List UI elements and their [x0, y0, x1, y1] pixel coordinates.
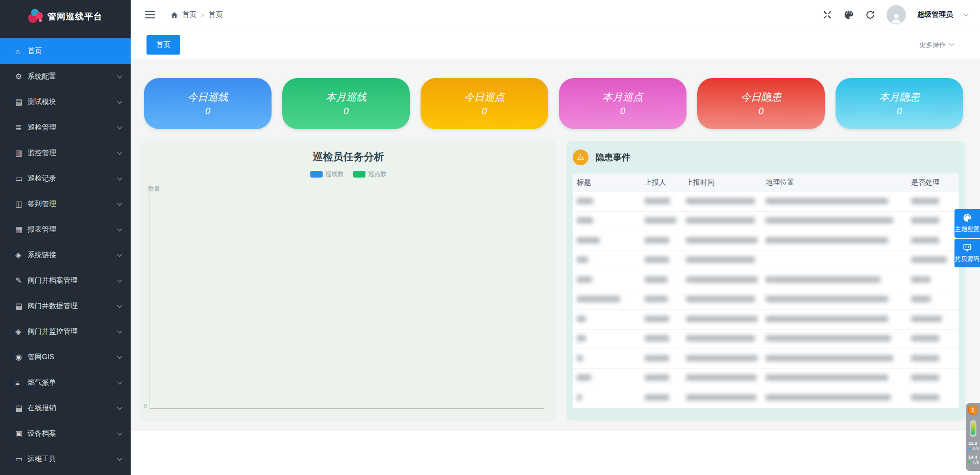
cube-icon: ◈: [15, 251, 28, 260]
stat-card-5[interactable]: 本月隐患0: [836, 78, 963, 129]
table-cell-redacted: [766, 276, 911, 285]
sidebar-item-2[interactable]: ▤测试模块: [0, 89, 131, 115]
sidebar-item-7[interactable]: ▦报表管理: [0, 217, 131, 242]
axis-origin-label: 0: [144, 404, 147, 409]
table-row[interactable]: [573, 231, 959, 251]
legend-item-0[interactable]: 巡线数: [310, 170, 344, 179]
sidebar-item-12[interactable]: ◉管网GIS: [0, 344, 131, 370]
stat-card-label: 今日隐患: [741, 90, 781, 104]
sidebar-item-9[interactable]: ✎阀门井档案管理: [0, 268, 131, 293]
y-axis-label: 数量: [148, 185, 160, 193]
download-speed: 14.4 ▼ K/s: [967, 455, 979, 465]
sidebar-item-8[interactable]: ◈系统链接: [0, 242, 131, 268]
table-row[interactable]: [573, 369, 959, 389]
chevron-down-icon: [117, 226, 122, 231]
copy-source-label: 拷贝源码: [955, 255, 979, 263]
monitor-code-icon: [963, 243, 972, 252]
table-row[interactable]: [573, 330, 959, 349]
table-row[interactable]: [573, 251, 959, 271]
chevron-down-icon: [117, 149, 122, 155]
stat-card-2[interactable]: 今日巡点0: [421, 78, 548, 129]
breadcrumb-root[interactable]: 首页: [182, 10, 197, 19]
chevron-down-icon: [949, 41, 954, 46]
refresh-icon[interactable]: [865, 10, 875, 20]
theme-config-button[interactable]: 主题配置: [954, 209, 980, 238]
table-row[interactable]: [573, 270, 959, 290]
top-header: 首页 > 首页 超级管理员: [131, 0, 980, 30]
table-row[interactable]: [573, 290, 959, 310]
copy-source-button[interactable]: 拷贝源码: [954, 239, 980, 267]
sidebar-item-15[interactable]: ▣设备档案: [0, 421, 131, 446]
table-cell-redacted: [911, 334, 959, 343]
expense-icon: ▤: [15, 404, 28, 413]
table-cell-redacted: [645, 256, 686, 265]
sidebar-item-16[interactable]: ▭运维工具: [0, 446, 131, 472]
stat-card-3[interactable]: 本月巡点0: [559, 78, 687, 129]
legend-item-1[interactable]: 巡点数: [353, 170, 387, 179]
chevron-down-icon: [117, 456, 122, 461]
sidebar-item-label: 运维工具: [28, 455, 118, 464]
breadcrumb-current: 首页: [209, 10, 223, 19]
collapse-menu-icon[interactable]: [145, 9, 155, 20]
fullscreen-icon[interactable]: [822, 10, 832, 20]
table-cell-redacted: [573, 373, 645, 383]
sidebar-item-label: 燃气派单: [28, 378, 118, 387]
user-avatar[interactable]: [887, 5, 906, 24]
table-row[interactable]: [573, 388, 959, 408]
sidebar-item-label: 首页: [28, 46, 121, 56]
gis-icon: ◉: [15, 353, 28, 362]
sidebar-item-10[interactable]: ▤阀门井数据管理: [0, 293, 131, 319]
legend-swatch: [310, 171, 323, 178]
laptop-icon: ▭: [15, 174, 28, 183]
sidebar-item-4[interactable]: ▥监控管理: [0, 140, 131, 166]
network-monitor-widget[interactable]: 1 11.2 ▲ K/s 14.4 ▼ K/s: [966, 403, 980, 471]
table-cell-redacted: [766, 197, 911, 206]
palette-icon[interactable]: [844, 10, 854, 20]
table-cell-redacted: [686, 256, 766, 265]
stat-card-label: 本月巡点: [602, 90, 643, 104]
stat-card-label: 本月巡线: [326, 90, 366, 104]
table-row[interactable]: [573, 192, 959, 212]
chevron-down-icon[interactable]: [964, 11, 969, 16]
column-header-3: 地理位置: [766, 178, 911, 187]
table-cell-redacted: [573, 216, 645, 226]
tab-home[interactable]: 首页: [146, 35, 180, 55]
stat-card-1[interactable]: 本月巡线0: [282, 78, 410, 129]
table-row[interactable]: [573, 212, 959, 232]
table-cell-redacted: [911, 197, 959, 206]
download-speed-unit: K/s: [972, 460, 979, 465]
upload-speed: 11.2 ▲ K/s: [967, 441, 979, 451]
table-cell-redacted: [686, 276, 766, 285]
sidebar-item-3[interactable]: ≣巡检管理: [0, 115, 131, 140]
module-icon: ▤: [15, 97, 28, 107]
table-cell-redacted: [645, 236, 686, 245]
stat-card-label: 今日巡点: [464, 90, 505, 104]
table-cell-redacted: [645, 354, 686, 363]
sidebar-item-label: 签到管理: [28, 199, 118, 209]
stat-card-0[interactable]: 今日巡线0: [144, 78, 272, 129]
table-cell-redacted: [766, 373, 911, 383]
sidebar-item-14[interactable]: ▤在线报销: [0, 395, 131, 421]
table-row[interactable]: [573, 349, 959, 369]
sidebar-item-1[interactable]: ⚙系统配置: [0, 64, 131, 89]
sidebar-item-6[interactable]: ◫签到管理: [0, 191, 131, 217]
sidebar-item-0[interactable]: ⌂首页: [0, 38, 131, 64]
user-name[interactable]: 超级管理员: [917, 10, 953, 19]
table-cell-redacted: [911, 354, 959, 363]
table-cell-redacted: [686, 354, 766, 363]
book-icon: ◫: [15, 199, 28, 209]
breadcrumb: 首页 > 首页: [170, 10, 223, 19]
stat-card-4[interactable]: 今日隐患0: [697, 78, 825, 129]
stat-card-value: 0: [205, 106, 210, 117]
chevron-down-icon: [117, 201, 122, 206]
table-cell-redacted: [911, 315, 959, 324]
sidebar-item-11[interactable]: ◈阀门井监控管理: [0, 319, 131, 344]
table-row[interactable]: [573, 310, 959, 330]
sidebar-item-13[interactable]: ≡燃气派单: [0, 370, 131, 395]
more-actions-button[interactable]: 更多操作: [919, 40, 953, 49]
monitor-list-icon: ▥: [15, 148, 28, 158]
topbar-actions: 超级管理员: [822, 5, 980, 24]
breadcrumb-separator: >: [201, 11, 205, 19]
sidebar-item-5[interactable]: ▭巡检记录: [0, 166, 131, 191]
table-cell-redacted: [573, 256, 645, 265]
